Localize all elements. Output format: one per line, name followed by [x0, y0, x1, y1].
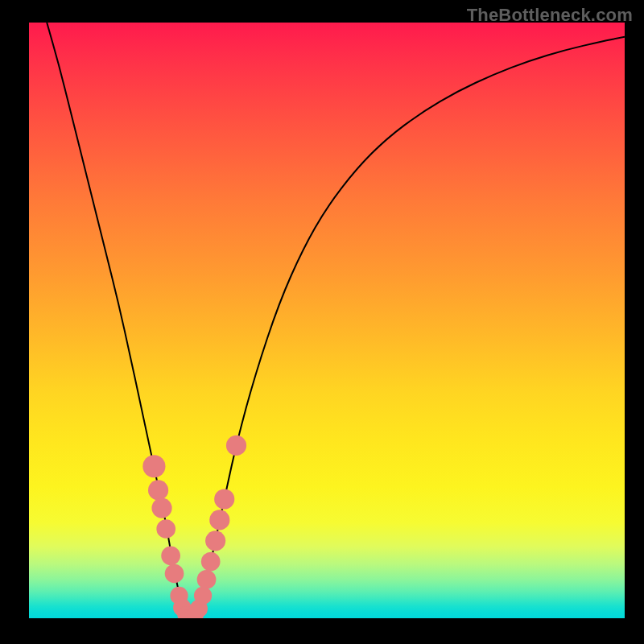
data-marker — [148, 480, 168, 500]
plot-area — [29, 23, 625, 618]
bottleneck-curve — [29, 23, 625, 618]
data-marker — [201, 552, 221, 572]
data-marker — [226, 436, 246, 456]
data-marker — [194, 587, 212, 605]
data-marker — [197, 570, 217, 589]
data-marker — [156, 519, 175, 539]
data-marker — [165, 564, 184, 584]
data-marker — [142, 455, 165, 477]
data-marker — [161, 546, 180, 565]
data-marker — [151, 498, 171, 518]
data-marker — [205, 530, 225, 551]
data-marker — [209, 510, 229, 530]
chart-frame: TheBottleneck.com — [0, 0, 644, 644]
data-marker — [214, 489, 234, 509]
